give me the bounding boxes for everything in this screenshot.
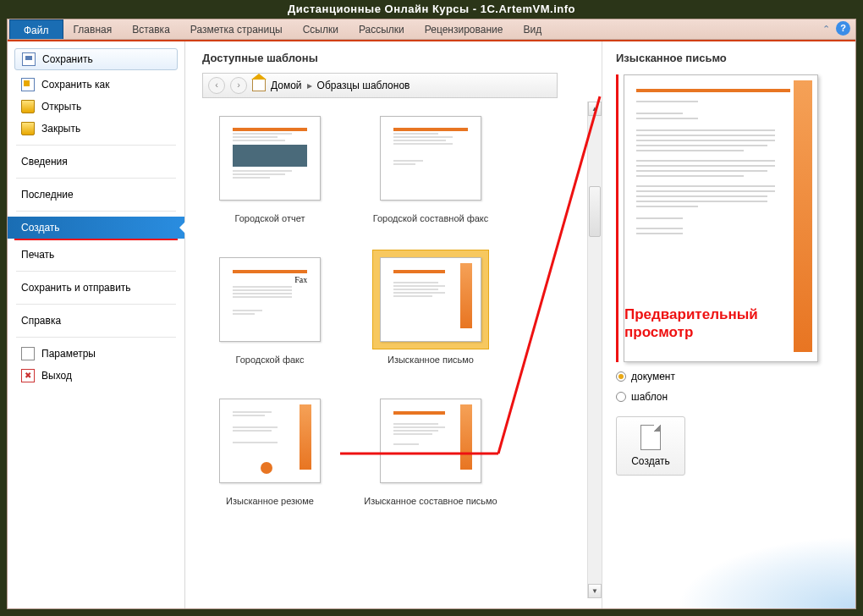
sidebar-item-new[interactable]: Создать <box>8 217 184 239</box>
sidebar-item-options[interactable]: Параметры <box>8 343 184 365</box>
template-item-fax[interactable]: Fax Городской факс <box>202 250 338 366</box>
save-as-icon <box>21 78 35 91</box>
template-label: Городской факс <box>235 355 304 366</box>
exit-icon <box>21 369 35 382</box>
print-label: Печать <box>21 249 54 261</box>
folder-close-icon <box>21 122 35 135</box>
os-title-bar: Дистанционные Онлайн Курсы - 1C.ArtemVM.… <box>0 0 863 19</box>
template-thumbnail <box>219 116 321 201</box>
create-button[interactable]: Создать <box>616 416 685 476</box>
template-grid: Городской отчет Городской составной фа <box>202 102 566 525</box>
help-label: Справка <box>21 315 61 327</box>
folder-open-icon <box>21 100 35 113</box>
app-window: Файл Главная Вставка Разметка страницы С… <box>7 19 856 609</box>
divider <box>16 304 176 305</box>
open-label: Открыть <box>41 101 81 113</box>
divider <box>16 211 176 212</box>
divider <box>16 145 176 146</box>
recent-label: Последние <box>21 189 74 201</box>
breadcrumb: ‹ › Домой ▸ Образцы шаблонов <box>202 73 558 98</box>
sidebar-item-save-send[interactable]: Сохранить и отправить <box>8 277 184 299</box>
sidebar-item-info[interactable]: Сведения <box>8 151 184 173</box>
options-label: Параметры <box>41 348 96 360</box>
preview-frame: Предварительный просмотр <box>616 74 842 362</box>
tab-view[interactable]: Вид <box>513 19 552 39</box>
sidebar-item-help[interactable]: Справка <box>8 310 184 332</box>
template-label: Изысканное составное письмо <box>364 496 497 507</box>
document-icon <box>640 425 661 450</box>
divider <box>16 271 176 272</box>
radio-document[interactable]: документ <box>616 371 842 382</box>
tab-file[interactable]: Файл <box>9 19 63 39</box>
template-thumbnail <box>219 399 321 483</box>
tab-insert[interactable]: Вставка <box>122 19 180 39</box>
tab-home[interactable]: Главная <box>63 19 123 39</box>
tab-page-layout[interactable]: Разметка страницы <box>180 19 293 39</box>
template-label: Городской составной факс <box>373 213 489 224</box>
template-label: Изысканное письмо <box>388 355 474 366</box>
orange-stripe-icon <box>300 404 311 469</box>
radio-checked-icon <box>616 371 626 382</box>
template-thumbnail: Fax <box>219 257 321 342</box>
templates-heading: Доступные шаблоны <box>202 52 602 64</box>
orange-stripe-icon <box>460 263 472 327</box>
radio-document-label: документ <box>631 371 675 382</box>
nav-back-button[interactable]: ‹ <box>208 77 225 94</box>
save-send-label: Сохранить и отправить <box>21 282 131 294</box>
ribbon-tabs: Файл Главная Вставка Разметка страницы С… <box>8 19 855 40</box>
radio-template-label: шаблон <box>631 391 668 403</box>
save-as-label: Сохранить как <box>41 79 109 91</box>
annotation-overlay-text: Предварительный просмотр <box>624 306 817 341</box>
save-label: Сохранить <box>42 53 93 65</box>
template-item-letter[interactable]: Изысканное письмо <box>363 250 498 366</box>
preview-pane: Изысканное письмо <box>602 41 855 608</box>
chevron-right-icon: ▸ <box>307 80 312 91</box>
home-icon[interactable] <box>252 80 266 91</box>
template-item-resume[interactable]: Изысканное резюме <box>202 391 338 507</box>
save-button[interactable]: Сохранить <box>14 48 178 70</box>
template-thumbnail <box>380 257 481 342</box>
exit-label: Выход <box>41 370 72 382</box>
breadcrumb-home[interactable]: Домой <box>271 80 302 91</box>
template-label: Городской отчет <box>235 213 305 224</box>
backstage-view: Сохранить Сохранить как Открыть Закрыть … <box>8 40 855 608</box>
info-label: Сведения <box>21 156 68 168</box>
orange-stripe-icon <box>460 404 472 469</box>
scrollbar-vertical[interactable]: ▲ ▼ <box>587 102 602 598</box>
create-label: Создать <box>631 455 670 467</box>
tab-review[interactable]: Рецензирование <box>415 19 514 39</box>
radio-template[interactable]: шаблон <box>616 391 842 403</box>
tab-references[interactable]: Ссылки <box>293 19 349 39</box>
template-item-compound-letter[interactable]: Изысканное составное письмо <box>363 391 498 507</box>
scroll-up-button[interactable]: ▲ <box>588 102 602 116</box>
sidebar-item-exit[interactable]: Выход <box>8 365 184 387</box>
template-item-compound-fax[interactable]: Городской составной факс <box>363 108 498 224</box>
fax-text: Fax <box>233 275 307 284</box>
app-title: Дистанционные Онлайн Курсы - 1C.ArtemVM.… <box>288 3 575 15</box>
template-thumbnail <box>380 399 481 483</box>
backstage-main: Доступные шаблоны ‹ › Домой ▸ Образцы ша… <box>185 41 855 608</box>
sidebar-item-print[interactable]: Печать <box>8 244 184 266</box>
template-item-report[interactable]: Городской отчет <box>202 108 338 224</box>
close-label: Закрыть <box>41 123 80 135</box>
scroll-thumb[interactable] <box>589 186 601 237</box>
ribbon-minimize-icon[interactable]: ⌃ <box>819 22 833 36</box>
help-icon[interactable]: ? <box>836 21 850 36</box>
template-label: Изысканное резюме <box>226 496 314 507</box>
save-as-button[interactable]: Сохранить как <box>8 74 184 96</box>
breadcrumb-current[interactable]: Образцы шаблонов <box>317 80 410 91</box>
radio-unchecked-icon <box>616 392 626 402</box>
divider <box>16 337 176 338</box>
sidebar-item-recent[interactable]: Последние <box>8 184 184 206</box>
annotation-underline <box>14 239 178 240</box>
open-button[interactable]: Открыть <box>8 96 184 118</box>
nav-forward-button[interactable]: › <box>230 77 247 94</box>
scroll-down-button[interactable]: ▼ <box>588 584 602 598</box>
close-document-button[interactable]: Закрыть <box>8 118 184 140</box>
tab-mailings[interactable]: Рассылки <box>349 19 415 39</box>
template-thumbnail <box>380 116 481 201</box>
options-icon <box>21 347 35 360</box>
new-label: Создать <box>21 222 60 234</box>
preview-image: Предварительный просмотр <box>624 74 818 362</box>
templates-panel: Доступные шаблоны ‹ › Домой ▸ Образцы ша… <box>185 41 602 608</box>
